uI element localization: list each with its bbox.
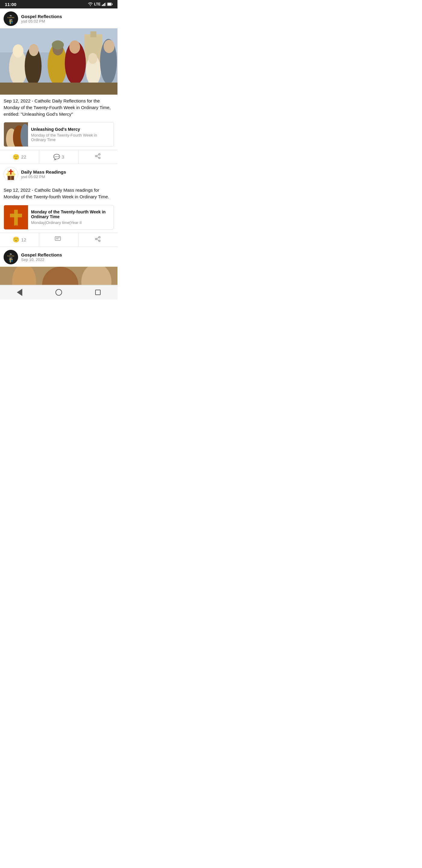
feed: My Catholic Life! Gospel Reflections ysd… [0,8,118,285]
gospel-avatar-svg-2: My Catholic Life! [4,250,18,264]
avatar-mass-1 [4,167,18,181]
post-text-2: Sep 12, 2022 - Catholic Daily Mass readi… [0,184,118,203]
like-icon-1: 🙂 [13,154,19,160]
svg-rect-57 [55,237,61,241]
like-button-2[interactable]: 🙂 12 [0,233,39,247]
wifi-icon [88,2,93,6]
svg-text:IHS: IHS [14,224,18,226]
link-thumb-svg-2: IHS [4,205,28,229]
link-card-thumb-2: IHS [4,205,28,229]
post-meta-3: Gospel Reflections Sep 10, 2022 [21,252,62,262]
svg-line-64 [97,239,99,241]
home-button[interactable] [53,287,64,298]
svg-rect-6 [112,4,112,5]
status-time: 11:00 [5,2,16,7]
svg-line-40 [97,155,99,156]
post-gospel-reflections-2: My Catholic Life! Gospel Reflections Sep… [0,247,118,285]
share-button-2[interactable] [78,233,118,247]
svg-point-27 [69,40,80,54]
link-card-info-1: Unleashing God's Mercy Monday of the Twe… [28,122,113,147]
avatar-gospel-1: My Catholic Life! [4,11,18,26]
like-icon-2: 🙂 [13,236,19,243]
share-icon-1 [95,153,101,161]
comment-icon-2 [55,236,61,243]
post-author-1: Gospel Reflections [21,14,62,19]
back-icon [17,289,22,296]
share-svg-1 [95,153,101,159]
recents-button[interactable] [93,287,103,298]
svg-rect-13 [9,21,13,22]
post-daily-mass-1: Daily Mass Readings ysd 05:02 PM Sep 12,… [0,164,118,247]
svg-rect-1 [103,4,104,6]
link-card-info-2: Monday of the Twenty-fourth Week in Ordi… [28,205,113,229]
comment-count-1: 3 [62,154,64,159]
svg-rect-55 [10,214,22,217]
partial-painting-svg [0,267,118,285]
link-card-1[interactable]: Unleashing God's Mercy Monday of the Twe… [4,122,114,147]
post-time-3: Sep 10, 2022 [21,257,62,262]
svg-rect-32 [0,83,118,95]
link-thumb-svg-1 [4,122,28,147]
link-card-subtitle-1: Monday of the Twenty-Fourth Week in Ordi… [31,133,110,142]
like-button-1[interactable]: 🙂 22 [0,150,39,164]
svg-rect-3 [105,2,106,6]
comment-icon-1: 💬 [53,154,60,160]
back-button[interactable] [14,287,25,298]
comment-svg-2 [55,236,61,242]
post-text-1: Sep 12, 2022 - Catholic Daily Reflection… [0,95,118,120]
bottom-nav [0,285,118,300]
post-time-2: ysd 05:02 PM [21,175,66,179]
like-count-1: 22 [21,154,26,159]
svg-rect-17 [90,31,96,37]
svg-rect-2 [104,3,105,6]
svg-rect-70 [10,258,11,262]
post-author-3: Gospel Reflections [21,252,62,257]
svg-line-63 [97,238,99,239]
action-bar-1: 🙂 22 💬 3 [0,150,118,164]
svg-point-20 [13,44,24,58]
svg-line-41 [97,156,99,158]
svg-point-22 [29,44,38,56]
svg-rect-5 [107,3,111,5]
lte-text: LTE [94,2,101,6]
hero-image-1 [0,28,118,95]
share-icon-2 [95,236,101,244]
svg-point-39 [96,156,97,157]
link-card-subtitle-2: Monday|Ordinary time|Year II [31,220,110,225]
link-card-title-1: Unleashing God's Mercy [31,127,110,132]
painting-svg [0,28,118,95]
partial-hero-3 [0,267,118,285]
link-card-title-2: Monday of the Twenty-fourth Week in Ordi… [31,210,110,219]
svg-text:Catholic: Catholic [7,255,14,257]
link-card-2[interactable]: IHS Monday of the Twenty-fourth Week in … [4,205,114,230]
post-header-1: My Catholic Life! Gospel Reflections ysd… [0,8,118,28]
post-meta-1: Gospel Reflections ysd 05:02 PM [21,14,62,24]
comment-button-1[interactable]: 💬 3 [39,150,78,164]
like-count-2: 12 [21,237,26,242]
comment-button-2[interactable] [39,233,78,247]
post-gospel-reflections-1: My Catholic Life! Gospel Reflections ysd… [0,8,118,164]
signal-icon [102,2,106,6]
post-time-1: ysd 05:02 PM [21,19,62,24]
share-svg-2 [95,236,101,242]
share-button-1[interactable] [78,150,118,164]
svg-point-60 [99,236,100,238]
svg-rect-71 [9,259,13,260]
gospel-avatar-svg: My Catholic Life! [4,11,18,26]
status-bar: 11:00 LTE [0,0,118,8]
svg-point-61 [99,240,100,241]
svg-point-37 [99,154,100,155]
recents-icon [95,290,101,295]
link-card-thumb-1 [4,122,28,147]
post-header-2: Daily Mass Readings ysd 05:02 PM [0,164,118,184]
svg-point-25 [52,40,64,50]
svg-point-38 [99,157,100,159]
status-icons: LTE [88,2,112,6]
post-header-3: My Catholic Life! Gospel Reflections Sep… [0,247,118,267]
svg-text:Life!: Life! [9,257,13,259]
post-meta-2: Daily Mass Readings ysd 05:02 PM [21,169,66,179]
svg-rect-12 [10,20,11,24]
svg-text:Life!: Life! [9,19,13,21]
post-author-2: Daily Mass Readings [21,169,66,175]
svg-point-75 [81,267,111,285]
